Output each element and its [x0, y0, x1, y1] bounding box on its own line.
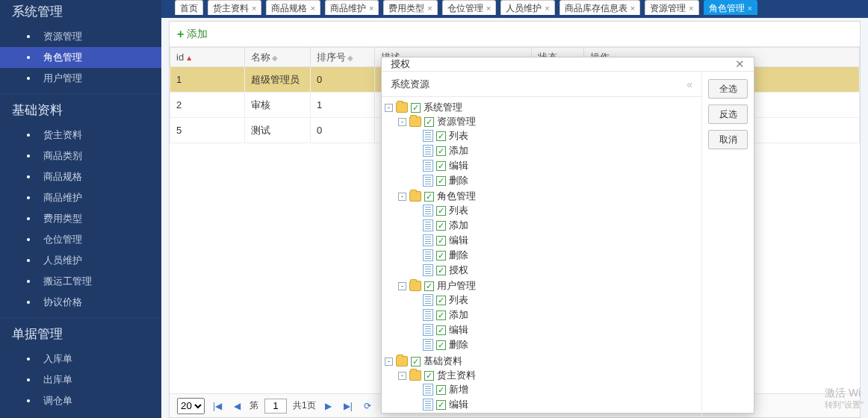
tree-toggle-icon[interactable]: -: [385, 358, 393, 366]
sidebar-item[interactable]: 出库单: [0, 369, 161, 390]
select-all-button[interactable]: 全选: [708, 79, 748, 99]
tree-node-label[interactable]: 列表: [449, 204, 468, 217]
checkbox[interactable]: [436, 340, 446, 350]
tab-close-icon[interactable]: ×: [748, 1, 752, 15]
tree-toggle-icon[interactable]: -: [398, 193, 406, 201]
sidebar-item[interactable]: 货主资料: [0, 125, 161, 146]
tree-node-label[interactable]: 列表: [449, 293, 468, 307]
checkbox[interactable]: [424, 371, 434, 381]
checkbox[interactable]: [436, 221, 446, 231]
tab-close-icon[interactable]: ×: [486, 1, 491, 15]
tab[interactable]: 货主资料×: [208, 0, 261, 15]
tab[interactable]: 角色管理×: [704, 0, 757, 15]
sidebar-item[interactable]: 仓位管理: [0, 229, 161, 250]
sidebar-item[interactable]: 资源管理: [0, 26, 161, 47]
checkbox[interactable]: [424, 192, 434, 202]
tab-close-icon[interactable]: ×: [427, 1, 432, 15]
tab-close-icon[interactable]: ×: [630, 1, 635, 15]
checkbox[interactable]: [436, 325, 446, 335]
checkbox[interactable]: [436, 311, 446, 320]
checkbox[interactable]: [436, 251, 446, 261]
checkbox[interactable]: [436, 266, 446, 275]
tree-node-label[interactable]: 编辑: [449, 234, 468, 247]
tree-node-label[interactable]: 用户管理: [437, 279, 476, 293]
tree-node-label[interactable]: 基础资料: [424, 355, 462, 368]
tree-toggle-icon[interactable]: -: [385, 104, 393, 112]
tab[interactable]: 商品规格×: [266, 0, 320, 15]
pager-first-icon[interactable]: |◀: [211, 399, 224, 413]
checkbox[interactable]: [436, 236, 446, 246]
pager-refresh-icon[interactable]: ⟳: [361, 399, 374, 413]
collapse-icon[interactable]: «: [686, 78, 692, 90]
checkbox[interactable]: [436, 206, 446, 216]
checkbox[interactable]: [436, 146, 446, 156]
tree-toggle-icon[interactable]: -: [398, 118, 406, 126]
tree-node-label[interactable]: 系统管理: [424, 101, 462, 114]
sidebar-section-title[interactable]: 基础资料: [0, 99, 161, 125]
tree-node-label[interactable]: 列表: [449, 129, 468, 143]
checkbox[interactable]: [411, 103, 421, 113]
sidebar-item[interactable]: 搬运工管理: [0, 271, 161, 292]
sidebar-item[interactable]: 费用类型: [0, 208, 161, 229]
tree-node-label[interactable]: 编辑: [449, 323, 468, 337]
sidebar-item[interactable]: 入库单: [0, 349, 161, 369]
checkbox[interactable]: [436, 131, 446, 141]
tab[interactable]: 商品库存信息表×: [559, 0, 640, 15]
tab-close-icon[interactable]: ×: [369, 1, 373, 15]
tab[interactable]: 人员维护×: [500, 0, 554, 15]
pager-next-icon[interactable]: ▶: [322, 399, 335, 413]
tree-node-label[interactable]: 添加: [449, 308, 468, 322]
tab-close-icon[interactable]: ×: [545, 1, 549, 15]
tab[interactable]: 资源管理×: [645, 0, 698, 15]
tree-node-label[interactable]: 新增: [449, 383, 468, 396]
sidebar-item[interactable]: 商品维护: [0, 187, 161, 208]
pager-last-icon[interactable]: ▶|: [341, 399, 355, 413]
tree-node-label[interactable]: 授权: [449, 263, 468, 277]
sidebar-item[interactable]: 商品类别: [0, 146, 161, 166]
cancel-button[interactable]: 取消: [708, 130, 748, 149]
tree-node-label[interactable]: 删除: [449, 338, 468, 352]
checkbox[interactable]: [436, 161, 446, 171]
tree-node-label[interactable]: 添加: [449, 144, 468, 157]
sidebar-item[interactable]: 协议价格: [0, 292, 161, 313]
checkbox[interactable]: [424, 117, 434, 127]
col-order[interactable]: 排序号◆: [311, 48, 375, 67]
sidebar-item[interactable]: 商品规格: [0, 166, 161, 187]
sidebar-section-title[interactable]: 系统管理: [0, 0, 161, 26]
tree-node-label[interactable]: 编辑: [449, 159, 468, 172]
tab[interactable]: 商品维护×: [325, 0, 379, 15]
tree-node-label[interactable]: 资源管理: [437, 115, 476, 128]
tree-toggle-icon[interactable]: -: [398, 372, 406, 380]
tab-close-icon[interactable]: ×: [252, 1, 256, 15]
page-size-select[interactable]: 20: [177, 398, 205, 414]
tree-node-label[interactable]: 删除: [449, 174, 468, 187]
tree-scroll[interactable]: -系统管理-资源管理列表添加编辑删除-角色管理列表添加编辑删除授权-用户管理列表…: [382, 97, 701, 417]
col-id[interactable]: id▲: [170, 48, 245, 67]
tree-node-label[interactable]: 货主资料: [437, 369, 476, 382]
sidebar-item[interactable]: 用户管理: [0, 68, 161, 89]
tab[interactable]: 首页: [175, 0, 203, 15]
tree-node-label[interactable]: 添加: [449, 219, 468, 232]
add-button[interactable]: + 添加: [177, 28, 208, 41]
checkbox[interactable]: [436, 176, 446, 186]
tree-node-label[interactable]: 删除: [449, 249, 468, 262]
checkbox[interactable]: [436, 296, 446, 305]
tree-node-label[interactable]: 编辑: [449, 398, 468, 411]
sidebar-item[interactable]: 人员维护: [0, 250, 161, 271]
tab-close-icon[interactable]: ×: [310, 1, 314, 15]
sidebar-section-title[interactable]: 单据管理: [0, 322, 161, 349]
tab[interactable]: 仓位管理×: [442, 0, 496, 15]
checkbox[interactable]: [436, 400, 446, 410]
checkbox[interactable]: [436, 385, 446, 395]
sidebar-item[interactable]: 角色管理: [0, 47, 161, 68]
col-name[interactable]: 名称◆: [245, 48, 311, 67]
tab-close-icon[interactable]: ×: [689, 1, 693, 15]
tree-toggle-icon[interactable]: -: [398, 282, 406, 290]
close-icon[interactable]: ✕: [735, 57, 745, 71]
checkbox[interactable]: [424, 281, 434, 291]
pager-page-input[interactable]: [264, 399, 287, 414]
tab[interactable]: 费用类型×: [383, 0, 437, 15]
tree-node-label[interactable]: 角色管理: [437, 190, 476, 203]
sidebar-item[interactable]: 调仓单: [0, 390, 161, 411]
checkbox[interactable]: [411, 357, 421, 366]
